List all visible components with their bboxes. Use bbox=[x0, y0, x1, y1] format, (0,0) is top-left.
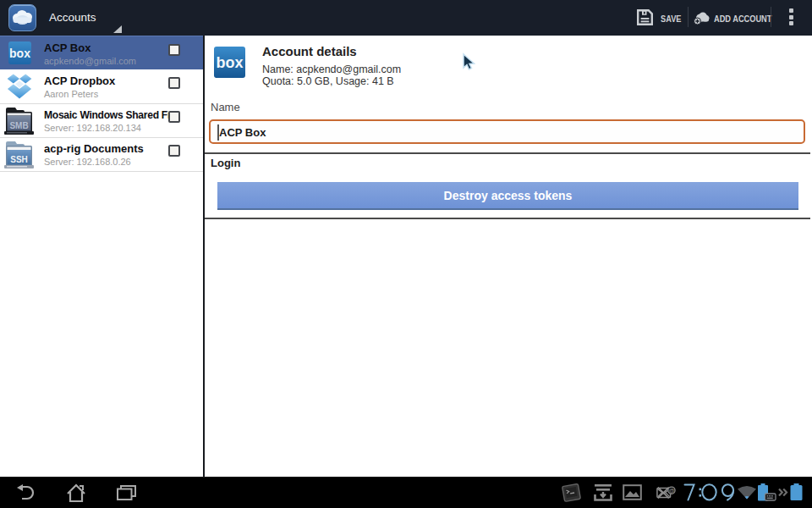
svg-text:@: @ bbox=[668, 488, 674, 494]
svg-text:SMB: SMB bbox=[9, 121, 28, 130]
svg-text:SSH: SSH bbox=[10, 155, 28, 164]
